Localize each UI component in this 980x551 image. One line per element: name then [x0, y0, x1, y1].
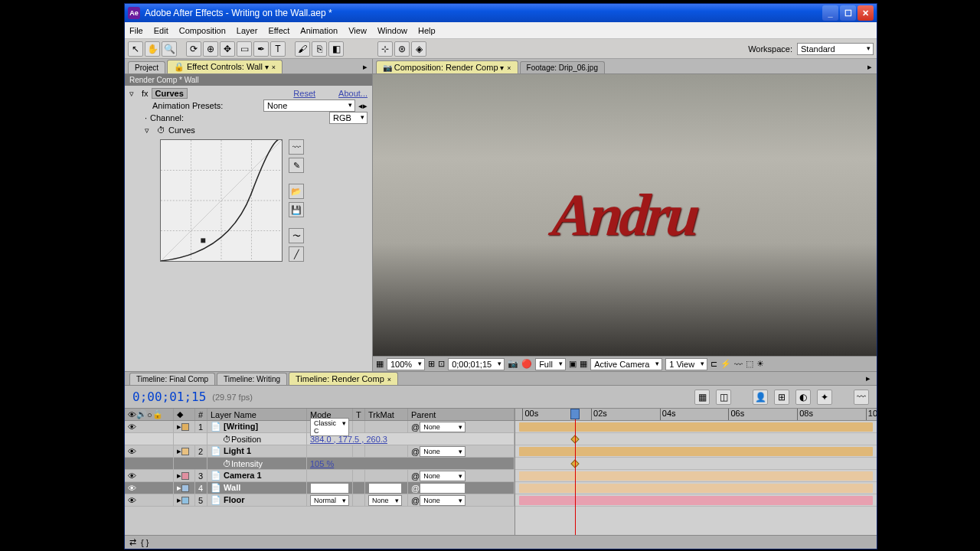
shape-tool-icon[interactable]: ▭ [237, 41, 252, 57]
next-preset-icon[interactable]: ▸ [363, 101, 368, 111]
composition-tab[interactable]: 📷 Composition: Render Comp ▾× [376, 60, 518, 73]
current-timecode[interactable]: 0;00;01;15 [132, 390, 206, 404]
local-axis-icon[interactable]: ⊹ [377, 41, 393, 57]
workspace-dropdown[interactable]: Standard [797, 43, 874, 55]
layer-name[interactable]: 📄 Camera 1 [207, 470, 307, 481]
pencil-icon[interactable]: ✎ [289, 158, 304, 173]
layer-name[interactable]: 📄 [Writing] [207, 421, 307, 432]
clone-tool-icon[interactable]: ⎘ [312, 41, 327, 57]
col-parent[interactable]: Parent [408, 409, 514, 420]
solo-icon[interactable]: ○ [147, 410, 152, 419]
twirl-icon[interactable]: ▿ [145, 126, 154, 135]
save-icon[interactable]: 💾 [289, 202, 304, 217]
eye-icon[interactable]: 👁 [128, 447, 136, 456]
minimize-button[interactable]: _ [822, 5, 838, 21]
eye-icon[interactable]: 👁 [128, 410, 136, 419]
eye-icon[interactable]: 👁 [128, 422, 136, 432]
type-tool-icon[interactable]: T [270, 41, 286, 57]
mode-dropdown[interactable]: Normal [310, 495, 349, 506]
layer-bar[interactable] [519, 447, 874, 456]
eraser-tool-icon[interactable]: ◧ [328, 41, 344, 57]
layer-row[interactable]: 👁▸5📄 FloorNormalNone@ None [125, 494, 514, 507]
layer-name[interactable]: 📄 Wall [207, 482, 307, 494]
frame-blend-icon[interactable]: ⊞ [774, 390, 789, 405]
col-t[interactable]: T [353, 409, 365, 420]
footage-tab[interactable]: Footage: Drip_06.jpg [520, 61, 605, 73]
maximize-button[interactable]: ☐ [840, 5, 856, 21]
hand-tool-icon[interactable]: ✋ [145, 41, 160, 57]
timeline-tab-2[interactable]: Timeline: Render Comp× [289, 372, 398, 385]
eye-icon[interactable]: 👁 [128, 484, 136, 493]
label-color[interactable] [181, 484, 189, 492]
draft3d-icon[interactable]: ◫ [716, 390, 731, 405]
reset-link[interactable]: Reset [293, 89, 315, 98]
res-icon[interactable]: ⊞ [428, 359, 435, 369]
grid-icon[interactable]: ▦ [376, 359, 384, 369]
reset-line-icon[interactable]: ╱ [289, 246, 304, 262]
fx-toggle-icon[interactable]: fx [142, 89, 149, 98]
menu-effect[interactable]: Effect [268, 26, 289, 35]
track-row[interactable] [515, 470, 877, 482]
panel-menu-icon[interactable]: ▸ [864, 372, 872, 385]
roi-icon[interactable]: ▣ [569, 359, 577, 369]
menu-window[interactable]: Window [377, 26, 407, 35]
menu-view[interactable]: View [348, 26, 367, 35]
titlebar[interactable]: Ae Adobe After Effects - Writing on the … [125, 4, 877, 22]
track-row[interactable] [515, 445, 877, 458]
menu-edit[interactable]: Edit [154, 26, 168, 35]
col-trkmat[interactable]: TrkMat [365, 409, 408, 420]
twirl-icon[interactable]: ▿ [129, 89, 139, 99]
col-num[interactable]: # [195, 409, 207, 420]
close-tab-icon[interactable]: × [272, 64, 276, 71]
col-name[interactable]: Layer Name [207, 409, 307, 420]
view-layout-dropdown[interactable]: 1 View [665, 358, 707, 370]
layer-bar[interactable] [519, 484, 874, 493]
label-color[interactable] [181, 448, 189, 455]
time-ruler[interactable]: 00s 02s 04s 06s 08s 10s [515, 409, 877, 421]
show-channel-icon[interactable]: 🔴 [521, 359, 532, 369]
pickwhip-icon[interactable]: @ [411, 496, 420, 505]
mode-dropdown[interactable]: Classic C [310, 418, 349, 436]
pickwhip-icon[interactable]: @ [411, 471, 420, 481]
transparency-icon[interactable]: ▦ [580, 359, 587, 369]
track-row[interactable] [515, 494, 877, 507]
pickwhip-icon[interactable]: @ [411, 422, 420, 432]
panel-menu-icon[interactable]: ▸ [866, 60, 874, 73]
layer-bar[interactable] [519, 496, 874, 505]
effect-controls-tab[interactable]: 🔒 Effect Controls: Wall ▾× [167, 60, 283, 73]
brush-tool-icon[interactable]: 🖌 [295, 41, 310, 57]
menu-animation[interactable]: Animation [300, 26, 338, 35]
rotate-tool-icon[interactable]: ⟳ [186, 41, 201, 57]
layer-row[interactable]: 👁▸3📄 Camera 1@ None [125, 470, 514, 482]
close-tab-icon[interactable]: × [507, 64, 511, 72]
panel-menu-icon[interactable]: ▸ [361, 60, 369, 73]
track-row[interactable] [515, 458, 877, 470]
time-display[interactable]: 0;00;01;15 [448, 358, 505, 370]
selection-tool-icon[interactable]: ↖ [128, 41, 143, 57]
parent-dropdown[interactable]: None [420, 422, 466, 432]
expand-icon[interactable]: { } [141, 538, 149, 547]
label-icon[interactable]: ◆ [177, 409, 183, 419]
layer-row[interactable]: 👁▸2📄 Light 1@ None [125, 445, 514, 458]
layer-bar[interactable] [519, 422, 874, 432]
pickwhip-icon[interactable]: @ [411, 447, 420, 456]
flowchart-icon[interactable]: ⬚ [746, 359, 753, 369]
curves-graph[interactable] [160, 139, 283, 262]
smooth-icon[interactable]: 〜 [289, 228, 304, 243]
track-row[interactable] [515, 421, 877, 433]
close-button[interactable]: ✕ [858, 5, 874, 21]
graph-editor-icon[interactable]: 〰 [854, 390, 869, 405]
pixel-aspect-icon[interactable]: ⊏ [710, 359, 717, 369]
effect-name[interactable]: Curves [152, 88, 188, 99]
toggle-switches-icon[interactable]: ⇄ [129, 537, 136, 547]
layer-name[interactable]: 📄 Floor [207, 494, 307, 506]
zoom-dropdown[interactable]: 100% [387, 358, 425, 370]
brainstorm-icon[interactable]: ✦ [817, 390, 832, 405]
eye-icon[interactable]: 👁 [128, 496, 136, 505]
camera-tool-icon[interactable]: ⊕ [203, 41, 218, 57]
property-value[interactable]: 105 % [310, 459, 334, 468]
track-row[interactable] [515, 482, 877, 494]
resolution-dropdown[interactable]: Full [535, 358, 566, 370]
channel-dropdown[interactable]: RGB [329, 112, 368, 124]
timeline-tab-0[interactable]: Timeline: Final Comp [129, 373, 215, 385]
